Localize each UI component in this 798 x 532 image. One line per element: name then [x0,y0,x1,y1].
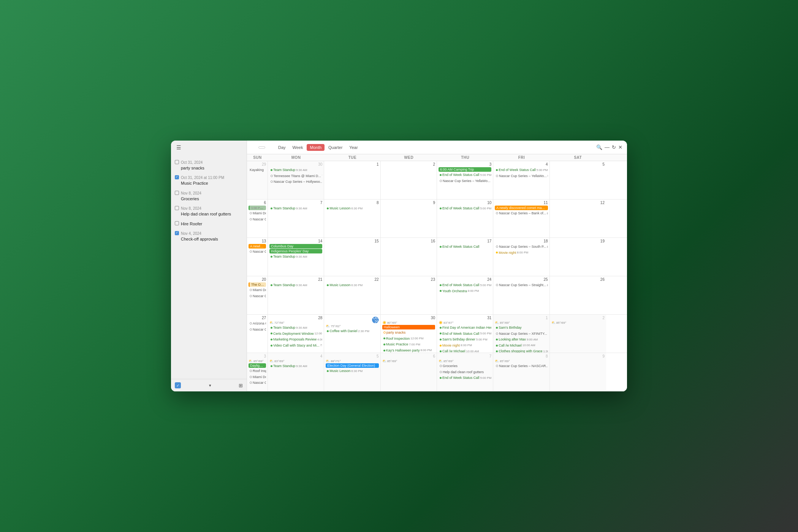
day-cell[interactable]: 4End of Week Status Call5:00 PMNascar Cu… [493,161,549,199]
event[interactable]: Team Standup9:30 AM [269,206,322,211]
day-cell[interactable]: 8Music Lesson6:30 PM [324,200,380,238]
add-task-button[interactable] [240,147,243,148]
day-cell[interactable]: 4⛅83°/69°Team Standup9:30 AM [268,353,324,391]
day-cell[interactable]: 2 [381,161,437,199]
task-row[interactable]: Oct 31, 2024 at 11:00 PM Music Practice [175,175,243,186]
day-cell[interactable]: 19 [550,238,606,276]
day-cell[interactable]: 29Kayaking [247,161,268,199]
day-cell[interactable]: 23 [381,276,437,314]
day-cell[interactable]: 21Team Standup9:30 AM [268,276,324,314]
nav-prev-button[interactable] [252,147,255,148]
day-cell[interactable]: 31☀️83°/67°First Day of American Indian … [437,315,493,353]
event[interactable]: Movie night8:00 PM [439,343,491,348]
event[interactable]: Nascar Cup Series – NASCAR...8:00 AM [495,363,548,369]
event[interactable]: Call /w Michael10:00 AM [495,343,548,348]
event[interactable]: Sam's birthday dinner5:00 PM [439,337,491,342]
day-cell[interactable]: 18Nascar Cup Series – South P...8:00 AMM… [493,238,549,276]
event[interactable]: Looking after Max9:00 AM [495,337,548,342]
event[interactable]: Sam's Birthday [495,325,548,331]
day-cell[interactable]: 10End of Week Status Call5:00 PM [437,200,493,238]
task-row[interactable]: Nov 4, 2024 Check-off approvals [175,231,243,242]
event[interactable]: End of Week Status Call5:00 PM [439,206,491,211]
event[interactable]: Nascar Cup Series – XFINITY...7:00 AM [495,331,548,337]
event[interactable]: Kayaking [249,167,266,173]
day-cell[interactable]: 28⛅72°/58°Team Standup9:30 AMCerts Deplo… [268,315,324,353]
task-checkbox[interactable] [175,191,179,195]
event[interactable]: Tennessee Titans @ Miami D...7:30 PM [269,173,322,179]
day-cell[interactable]: 22Music Lesson6:30 PM [324,276,380,314]
day-cell[interactable]: 2⛅85°/69° [550,315,606,353]
event[interactable]: End of Week Status Call5:00 PM [439,172,491,178]
event[interactable]: Help dad clean roof gutters [439,369,491,375]
day-cell[interactable]: 14Columbus DayIndigenous Peoples' DayTea… [268,238,324,276]
nav-next-button[interactable] [268,147,272,148]
day-cell[interactable]: 5⛅88°/71°Election Day (General Election)… [324,353,380,391]
day-cell[interactable]: 9 [381,200,437,238]
event[interactable]: End of Week Status Call5:00 PM [439,282,491,288]
task-checkbox[interactable] [175,206,179,210]
event[interactable]: Indigenous Peoples' Day [269,249,322,253]
event[interactable]: Nascar Cup Series – South P...8:00 AM [495,244,548,250]
event[interactable]: Nascar Cup Series – Bank of...8:00 AM [495,211,548,216]
event[interactable]: Youth Orchestra8:00 PM [439,288,491,294]
view-month-button[interactable]: Month [307,144,325,151]
event[interactable]: Nascar Cup Series – YellaWo...2:00 PM [249,217,266,222]
event[interactable]: Roof Inspection12:00 PM [382,336,435,342]
event[interactable]: Team Standup9:30 AM [269,167,322,173]
event[interactable]: Nascar Cup Series – XFINITY...2:00 PM [249,380,266,386]
day-cell[interactable]: 1⛅85°/69°Sam's BirthdayNascar Cup Series… [493,315,549,353]
day-cell[interactable]: 20The Orionid meteor shower will reach i… [247,276,268,314]
task-checkbox[interactable] [175,221,179,225]
event[interactable]: Video Call with Stacy and Mi...7:00 PM [269,343,322,348]
search-icon[interactable]: 🔍 [596,144,602,150]
event[interactable]: Roof Inspection11:30 AM [249,368,266,374]
event[interactable]: Miami Dolphins @ Buffalo Bills1:00 PM [249,374,266,380]
event[interactable]: Music Lesson6:30 PM [326,368,378,374]
event[interactable]: party snacks [382,330,435,336]
today-button[interactable] [258,146,265,149]
event[interactable]: Arizona Cardinals @ Miami... [249,321,266,326]
refresh-button[interactable]: ↻ [612,144,616,150]
day-cell[interactable]: 16 [381,238,437,276]
task-row[interactable]: Nov 8, 2024 Help dad clean roof gutters [175,206,243,217]
event[interactable]: Miami Dolphins @ Indianap...1:00 PM [249,287,266,293]
event[interactable]: 1:00 PM Camping Trip [249,206,266,210]
event[interactable]: Team Standup9:30 AM [269,325,322,331]
event[interactable]: Music Practice7:00 PM [382,342,435,347]
event[interactable]: Miami Dolphins @ New Engl... [249,211,266,216]
event[interactable]: Halloween [382,325,435,329]
minimize-button[interactable]: — [605,144,610,150]
event[interactable]: End of Week Status Call5:00 PM [495,167,548,173]
close-button[interactable]: ✕ [618,144,622,150]
event[interactable]: Nascar Cup Series – Hollywoo...3:00 PM [269,179,322,185]
event[interactable]: Team Standup9:30 AM [269,282,322,288]
day-cell[interactable]: 24End of Week Status Call5:00 PMYouth Or… [437,276,493,314]
task-filter-checkbox[interactable]: ✓ [175,382,181,388]
day-cell[interactable]: 8⛅85°/69°Nascar Cup Series – NASCAR...8:… [493,353,549,391]
day-cell[interactable]: 12 [550,200,606,238]
view-day-button[interactable]: Day [275,144,289,151]
event[interactable]: Team Standup9:30 AM [269,254,322,260]
day-cell[interactable]: 17End of Week Status Call [437,238,493,276]
event[interactable]: Music Lesson6:30 PM [326,282,378,288]
event[interactable]: Nascar Cup Series – Bank of...2:00 PM [249,249,266,255]
day-cell[interactable]: 7Team Standup9:30 AM [268,200,324,238]
event[interactable]: Clothes shopping with Grace1:30 PM [495,348,548,353]
task-row[interactable]: Nov 8, 2024 Groceries [175,191,243,201]
day-cell[interactable]: 6⛅85°/69° [381,353,437,391]
event[interactable]: Nascar Cup Series – Straight...8:00 AM [495,282,548,288]
task-checkbox[interactable] [175,160,179,164]
day-cell[interactable]: 1 [324,161,380,199]
event[interactable]: Nascar Cup Series – YellaWo...8:00 AM [439,178,491,184]
event[interactable]: Team Standup9:30 AM [269,363,322,369]
day-cell[interactable]: 3⛅85°/69°Daylight Saving Time endsRoof I… [247,353,268,391]
event[interactable]: Columbus Day [269,244,322,249]
day-cell[interactable]: 13A newly discovered comet makes its...N… [247,238,268,276]
day-cell[interactable]: 27Arizona Cardinals @ Miami...Nascar Cup… [247,315,268,353]
event[interactable]: Marketing Proposals Review4:00 PM [269,337,322,342]
event[interactable]: End of Week Status Call [439,244,491,250]
grid-view-button[interactable]: ⊞ [239,383,243,388]
filter-all-button[interactable]: ▾ [208,383,211,388]
day-cell[interactable]: 61:00 PM Camping TripMiami Dolphins @ Ne… [247,200,268,238]
event[interactable]: End of Week Status Call5:00 PM [439,331,491,337]
